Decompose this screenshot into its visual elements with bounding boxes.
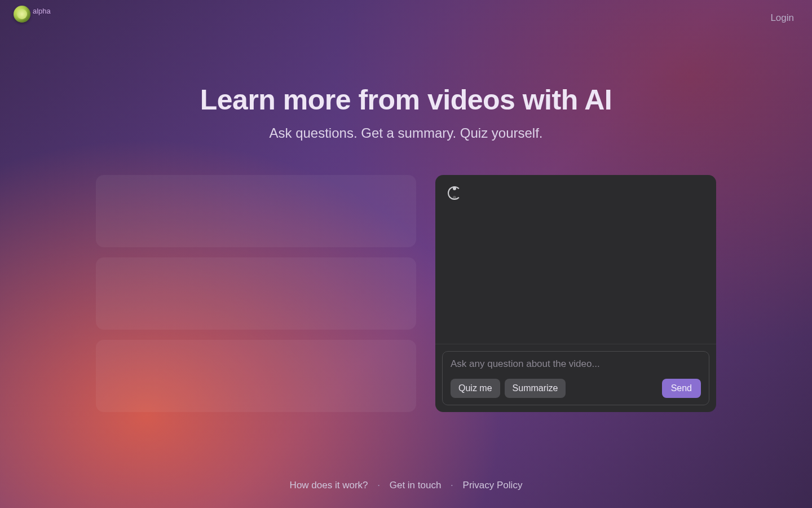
quiz-me-button[interactable]: Quiz me: [451, 379, 500, 398]
hero-subtitle: Ask questions. Get a summary. Quiz yours…: [0, 125, 812, 141]
chat-input[interactable]: [451, 358, 701, 370]
chat-messages-area: [435, 175, 716, 344]
skeleton-card: [96, 175, 416, 247]
alpha-badge: alpha: [33, 7, 51, 15]
skeleton-card: [96, 340, 416, 412]
footer-link-how[interactable]: How does it work?: [290, 480, 368, 491]
footer-link-privacy[interactable]: Privacy Policy: [463, 480, 523, 491]
send-button[interactable]: Send: [662, 379, 701, 398]
main-panels: Quiz me Summarize Send: [96, 175, 716, 412]
summarize-button[interactable]: Summarize: [505, 379, 566, 398]
footer-separator: ·: [377, 480, 380, 491]
chat-panel: Quiz me Summarize Send: [435, 175, 716, 412]
hero: Learn more from videos with AI Ask quest…: [0, 84, 812, 141]
logo-group[interactable]: alpha: [14, 6, 51, 23]
chat-action-row: Quiz me Summarize Send: [451, 379, 701, 398]
footer-link-contact[interactable]: Get in touch: [390, 480, 442, 491]
footer: How does it work? · Get in touch · Priva…: [0, 480, 812, 491]
loading-spinner-icon: [448, 186, 461, 200]
skeleton-card: [96, 257, 416, 330]
hero-title: Learn more from videos with AI: [0, 84, 812, 116]
video-list-skeleton: [96, 175, 416, 412]
footer-separator: ·: [451, 480, 453, 491]
login-link[interactable]: Login: [770, 12, 794, 24]
top-bar: alpha Login: [0, 0, 812, 34]
kiwi-logo-icon: [14, 6, 30, 23]
chat-input-container: Quiz me Summarize Send: [442, 351, 709, 405]
